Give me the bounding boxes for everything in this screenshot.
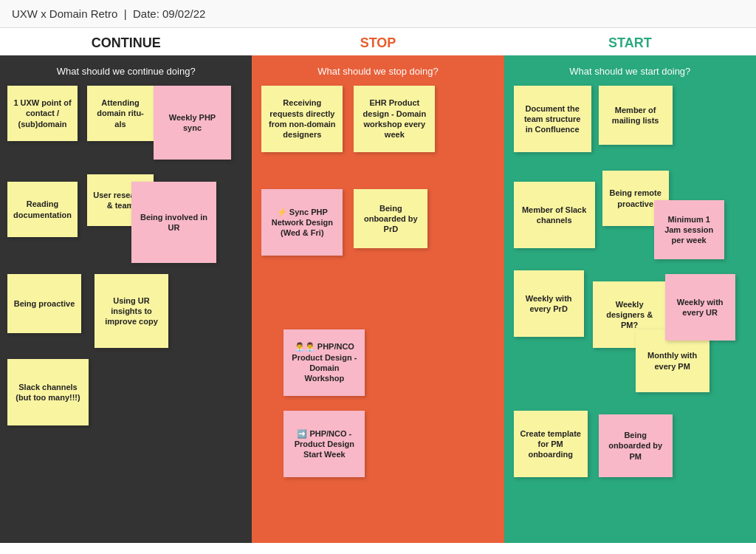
sticky-note-continue-6[interactable]: Being proactive xyxy=(7,274,81,333)
sticky-note-start-9[interactable]: Create template for PM onboarding xyxy=(514,411,588,477)
continue-header: CONTINUE xyxy=(0,35,252,51)
sticky-note-stop-3[interactable]: Being onboarded by PrD xyxy=(354,189,427,248)
sticky-note-continue-2[interactable]: Weekly PHP sync xyxy=(154,86,231,160)
start-question: What should we start doing? xyxy=(510,63,750,80)
sticky-note-continue-0[interactable]: 1 UXW point of contact / (sub)domain xyxy=(7,86,78,141)
sticky-note-continue-1[interactable]: Atten­ding domain ritu­als xyxy=(87,86,154,141)
sticky-note-start-5[interactable]: Weekly with every PrD xyxy=(514,270,584,337)
continue-column: What should we continue doing? 1 UXW poi… xyxy=(0,55,252,543)
sticky-note-start-0[interactable]: Document the team structure in Confluenc… xyxy=(514,86,591,152)
sticky-note-stop-5[interactable]: ➡️ PHP/NCO - Product Design Start Week xyxy=(284,411,365,477)
start-sticky-area: Document the team structure in Confluenc… xyxy=(510,86,750,514)
continue-question: What should we continue doing? xyxy=(6,63,246,80)
sticky-note-stop-1[interactable]: EHR Product design - Domain workshop eve… xyxy=(354,86,435,152)
sticky-note-start-4[interactable]: Minimum 1 Jam session per week xyxy=(654,200,724,259)
stop-column: What should we stop doing? Receiving req… xyxy=(252,55,504,543)
columns-body: What should we continue doing? 1 UXW poi… xyxy=(0,55,756,543)
stop-question: What should we stop doing? xyxy=(258,63,498,80)
continue-sticky-area: 1 UXW point of contact / (sub)domainAtte… xyxy=(6,86,246,514)
sticky-note-start-8[interactable]: Weekly with every UR xyxy=(665,274,735,341)
sticky-note-stop-0[interactable]: Receiving requests directly from non-dom… xyxy=(261,86,343,152)
sticky-note-start-1[interactable]: Member of mailing lists xyxy=(599,86,673,145)
header-title: UXW x Domain Retro | Date: 09/02/22 xyxy=(12,7,205,20)
retro-title: UXW x Domain Retro xyxy=(12,7,117,20)
start-header: START xyxy=(504,35,756,51)
stop-sticky-area: Receiving requests directly from non-dom… xyxy=(258,86,498,514)
sticky-note-continue-8[interactable]: Slack channels (but too many!!!) xyxy=(7,359,89,425)
header: UXW x Domain Retro | Date: 09/02/22 xyxy=(0,0,756,28)
sticky-note-continue-7[interactable]: Using UR insights to improve copy xyxy=(94,274,168,348)
sticky-note-start-2[interactable]: Member of Slack channels xyxy=(514,182,595,248)
sticky-note-start-10[interactable]: Being onboarded by PM xyxy=(599,414,673,477)
columns-header: CONTINUE STOP START xyxy=(0,28,756,55)
stop-header: STOP xyxy=(252,35,504,51)
sticky-note-stop-4[interactable]: 👨‍💼👨‍💼 PHP/NCO Product Design - Domain W… xyxy=(284,329,365,396)
retro-date: Date: 09/02/22 xyxy=(133,7,205,20)
page-wrapper: UXW x Domain Retro | Date: 09/02/22 CONT… xyxy=(0,0,756,554)
sticky-note-stop-2[interactable]: ⚡ Sync PHP Network Design (Wed & Fri) xyxy=(261,189,343,256)
start-column: What should we start doing? Document the… xyxy=(504,55,756,543)
sticky-note-continue-5[interactable]: Being involved in UR xyxy=(131,182,216,263)
sticky-note-continue-3[interactable]: Reading documentation xyxy=(7,182,78,237)
